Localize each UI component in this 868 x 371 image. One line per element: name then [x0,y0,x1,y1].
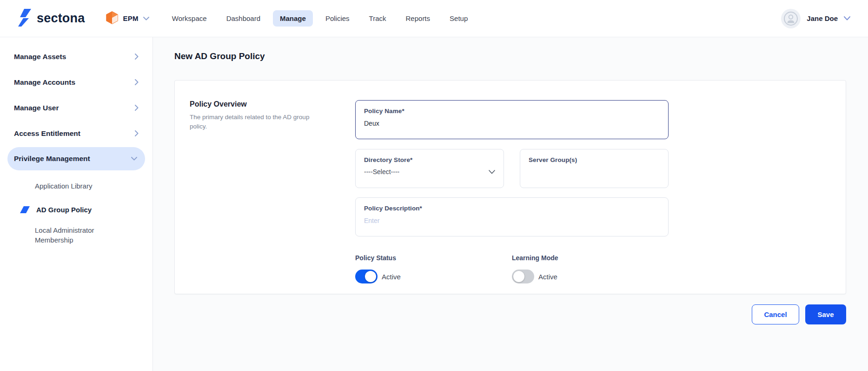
chevron-right-icon [135,54,139,60]
nav-item-dashboard[interactable]: Dashboard [219,10,267,27]
sidebar-item-label: Access Entitlement [14,129,80,138]
learning-mode-state: Active [538,273,557,281]
sidebar-item-privilege-management[interactable]: Privilege Management [7,147,145,170]
page-title: New AD Group Policy [174,51,846,61]
sectona-bolt-icon [18,8,32,29]
policy-overview-card: Policy Overview The primary details rela… [174,80,846,294]
blue-flag-icon [20,206,30,213]
policy-name-label: Policy Name* [364,108,660,115]
toggle-knob [365,271,376,282]
nav-item-workspace[interactable]: Workspace [165,10,214,27]
user-menu[interactable]: Jane Doe [781,9,850,28]
nav-item-manage[interactable]: Manage [273,10,313,27]
nav-item-setup[interactable]: Setup [443,10,475,27]
chevron-right-icon [135,130,139,136]
product-switcher[interactable]: EPM [106,11,149,26]
sidebar-item-label: Manage User [14,104,59,112]
cancel-button[interactable]: Cancel [752,304,799,324]
chevron-down-icon [489,170,495,174]
toggle-row: Policy Status Active Learning Mode Activ… [355,254,669,283]
avatar-person-icon [784,12,798,26]
sidebar-subitem-local-administrator-membership[interactable]: Local Administrator Membership [0,223,152,245]
chevron-right-icon [135,79,139,85]
sidebar-item-label: Manage Assets [14,53,66,61]
sectona-logo[interactable]: sectona [18,8,85,29]
policy-status-toggle[interactable] [355,270,378,283]
avatar [781,9,801,28]
sidebar-item-access-entitlement[interactable]: Access Entitlement [0,121,152,146]
policy-name-field[interactable]: Policy Name* [355,100,669,139]
policy-description-input[interactable] [364,217,660,224]
policy-name-input[interactable] [364,120,660,127]
policy-description-label: Policy Description* [364,205,660,212]
sidebar-subitem-label: AD Group Policy [36,206,92,214]
directory-store-label: Directory Store* [364,156,495,163]
learning-mode-label: Learning Mode [512,254,669,262]
server-groups-field[interactable]: Server Group(s) [520,149,669,188]
nav-item-reports[interactable]: Reports [399,10,437,27]
policy-description-field[interactable]: Policy Description* [355,197,669,236]
main-nav: Workspace Dashboard Manage Policies Trac… [165,10,475,27]
directory-store-field[interactable]: Directory Store* ----Select---- [355,149,504,188]
toggle-knob [513,271,524,282]
chevron-down-icon [143,17,149,20]
policy-status-state: Active [382,273,401,281]
section-intro: Policy Overview The primary details rela… [190,94,355,281]
chevron-right-icon [135,105,139,111]
directory-store-select[interactable]: ----Select---- [364,168,495,175]
section-title: Policy Overview [190,100,355,108]
chevron-down-icon [131,157,137,161]
sidebar: Manage Assets Manage Accounts Manage Use… [0,37,153,371]
nav-item-track[interactable]: Track [362,10,393,27]
brand-name: sectona [37,11,85,26]
top-navbar: sectona EPM Workspace Dashboard Manage P… [0,0,868,37]
product-label: EPM [123,14,138,22]
cube-icon [106,11,118,26]
learning-mode-toggle[interactable] [512,270,534,283]
sidebar-subitem-application-library[interactable]: Application Library [0,175,152,196]
nav-item-policies[interactable]: Policies [318,10,357,27]
save-button[interactable]: Save [805,304,846,324]
sidebar-item-label: Manage Accounts [14,78,75,87]
chevron-down-icon [844,16,850,20]
section-description: The primary details related to the AD gr… [190,113,325,132]
policy-status-label: Policy Status [355,254,512,262]
sidebar-subitem-label: Local Administrator Membership [35,225,112,245]
sidebar-subitem-label: Application Library [35,182,92,190]
policy-status-group: Policy Status Active [355,254,512,283]
sidebar-item-manage-assets[interactable]: Manage Assets [0,44,152,69]
form-actions: Cancel Save [174,304,846,324]
sidebar-subitem-ad-group-policy[interactable]: AD Group Policy [0,196,152,223]
directory-store-value: ----Select---- [364,168,399,175]
sidebar-item-manage-accounts[interactable]: Manage Accounts [0,69,152,95]
server-groups-label: Server Group(s) [529,156,660,163]
learning-mode-group: Learning Mode Active [512,254,669,283]
policy-form: Policy Name* Directory Store* ----Select… [355,94,669,281]
sidebar-item-manage-user[interactable]: Manage User [0,95,152,121]
user-name: Jane Doe [807,14,838,22]
main-content: New AD Group Policy Policy Overview The … [153,37,868,371]
sidebar-item-label: Privilege Management [14,155,90,163]
